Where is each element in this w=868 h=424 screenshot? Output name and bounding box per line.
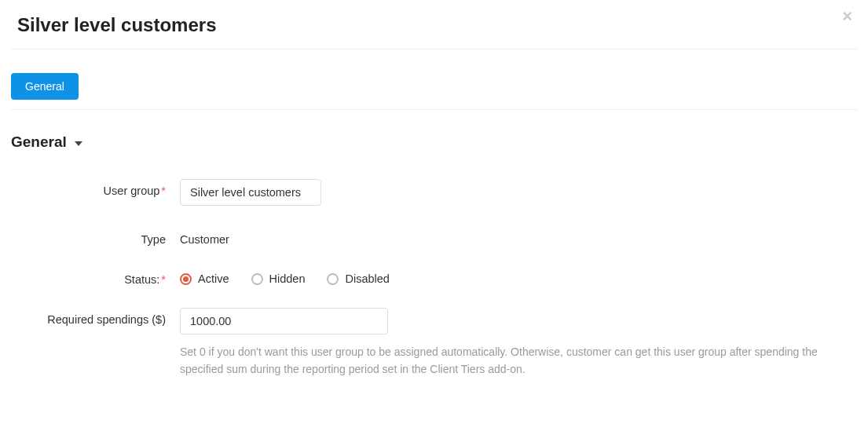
radio-icon [180,273,192,285]
status-radio-hidden[interactable]: Hidden [251,272,306,285]
spendings-label: Required spendings ($) [11,308,180,326]
required-indicator: * [161,273,166,286]
status-label: Status:* [11,268,180,286]
status-radio-active[interactable]: Active [180,272,229,285]
tab-general[interactable]: General [11,73,79,100]
caret-down-icon [75,141,82,146]
page-title: Silver level customers [17,14,851,36]
section-heading-label: General [11,133,67,151]
required-indicator: * [161,185,166,197]
modal-header: Silver level customers [11,0,857,49]
close-icon[interactable]: × [842,8,852,25]
type-value: Customer [180,228,857,246]
required-spendings-input[interactable] [180,308,388,334]
tabs: General [11,49,857,110]
user-group-label: User group* [11,179,180,197]
user-group-input[interactable] [180,179,321,206]
spendings-help-text: Set 0 if you don't want this user group … [180,334,832,378]
status-radio-disabled[interactable]: Disabled [327,272,389,285]
radio-icon [251,273,263,285]
type-label: Type [11,228,180,246]
section-toggle-general[interactable]: General [11,110,857,160]
radio-icon [327,273,339,285]
